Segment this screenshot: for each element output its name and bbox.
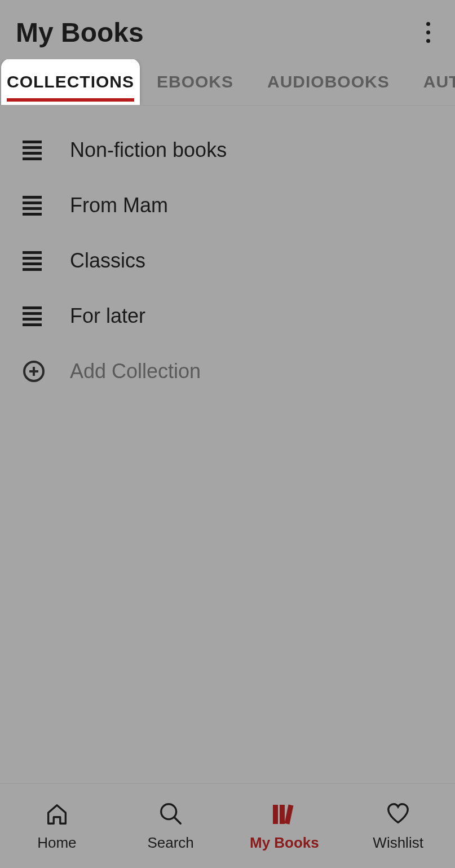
collection-label: Classics xyxy=(70,249,145,273)
list-lines-icon xyxy=(23,139,45,161)
search-icon xyxy=(158,800,184,827)
svg-rect-6 xyxy=(280,805,285,824)
add-collection-label: Add Collection xyxy=(70,360,201,383)
collection-label: For later xyxy=(70,304,145,328)
more-options-icon[interactable] xyxy=(417,21,439,44)
tab-label: AUDIOBOOKS xyxy=(267,72,390,91)
tab-label: COLLECTIONS xyxy=(7,72,134,91)
add-collection-button[interactable]: Add Collection xyxy=(0,344,455,399)
tab-audiobooks[interactable]: AUDIOBOOKS xyxy=(250,59,407,105)
nav-label: Wishlist xyxy=(373,834,423,852)
svg-line-4 xyxy=(174,818,180,824)
heart-icon xyxy=(385,800,411,827)
svg-rect-5 xyxy=(273,805,278,824)
collection-label: Non-fiction books xyxy=(70,138,227,162)
nav-wishlist[interactable]: Wishlist xyxy=(341,800,455,852)
bottom-nav: Home Search My Books Wishlist xyxy=(0,783,455,868)
collections-list: Non-fiction books From Mam Classics For … xyxy=(0,106,455,399)
tab-label: EBOOKS xyxy=(157,72,233,91)
header: My Books xyxy=(0,0,455,59)
tab-authors[interactable]: AUTHORS xyxy=(407,59,455,105)
list-lines-icon xyxy=(23,305,45,327)
tab-label: AUTHORS xyxy=(423,72,455,91)
nav-search[interactable]: Search xyxy=(114,800,228,852)
nav-home[interactable]: Home xyxy=(0,800,114,852)
svg-rect-7 xyxy=(285,805,294,825)
collection-item[interactable]: Classics xyxy=(0,233,455,288)
home-icon xyxy=(44,800,70,827)
tab-ebooks[interactable]: EBOOKS xyxy=(140,59,250,105)
books-icon xyxy=(270,800,299,827)
list-lines-icon xyxy=(23,194,45,217)
nav-label: My Books xyxy=(250,834,319,852)
list-lines-icon xyxy=(23,249,45,272)
collection-item[interactable]: From Mam xyxy=(0,178,455,233)
page-title: My Books xyxy=(16,17,144,48)
add-circle-icon xyxy=(23,360,45,383)
nav-my-books[interactable]: My Books xyxy=(228,800,342,852)
tab-collections[interactable]: COLLECTIONS xyxy=(1,59,140,105)
nav-label: Home xyxy=(37,834,76,852)
nav-label: Search xyxy=(147,834,193,852)
tabs-bar: COLLECTIONS EBOOKS AUDIOBOOKS AUTHORS xyxy=(0,59,455,106)
collection-label: From Mam xyxy=(70,194,168,217)
collection-item[interactable]: For later xyxy=(0,288,455,344)
collection-item[interactable]: Non-fiction books xyxy=(0,122,455,178)
